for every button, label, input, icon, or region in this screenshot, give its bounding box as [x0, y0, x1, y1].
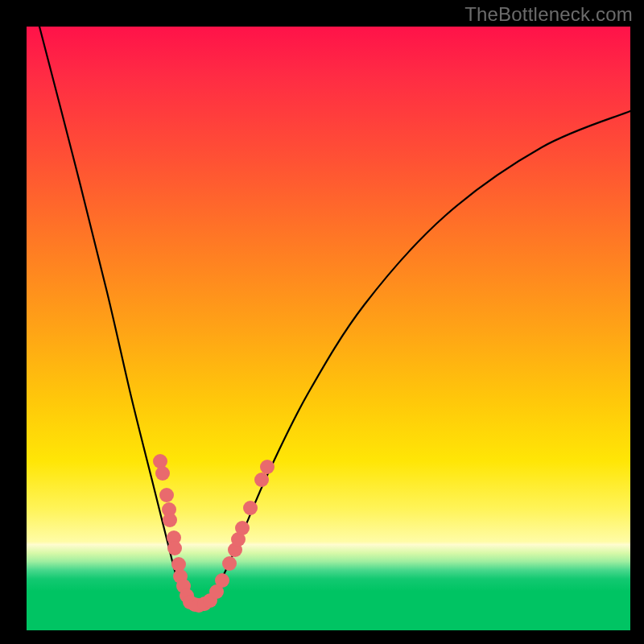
bottleneck-curve: [39, 27, 630, 608]
highlight-dot: [215, 573, 229, 588]
chart-frame: TheBottleneck.com: [0, 0, 644, 644]
curve-layer: [27, 27, 630, 630]
highlight-dot: [243, 501, 258, 515]
highlight-dot: [167, 541, 182, 555]
highlight-dot: [159, 488, 174, 502]
plot-area: [27, 27, 630, 630]
highlight-dot: [235, 521, 250, 535]
watermark-text: TheBottleneck.com: [464, 3, 633, 26]
highlight-dot: [260, 460, 275, 474]
highlight-dot: [222, 556, 237, 571]
highlight-dot: [163, 513, 177, 527]
highlight-dot: [254, 473, 269, 487]
highlight-dots-group: [153, 454, 275, 613]
highlight-dot: [155, 466, 170, 481]
highlight-dot: [153, 454, 167, 469]
